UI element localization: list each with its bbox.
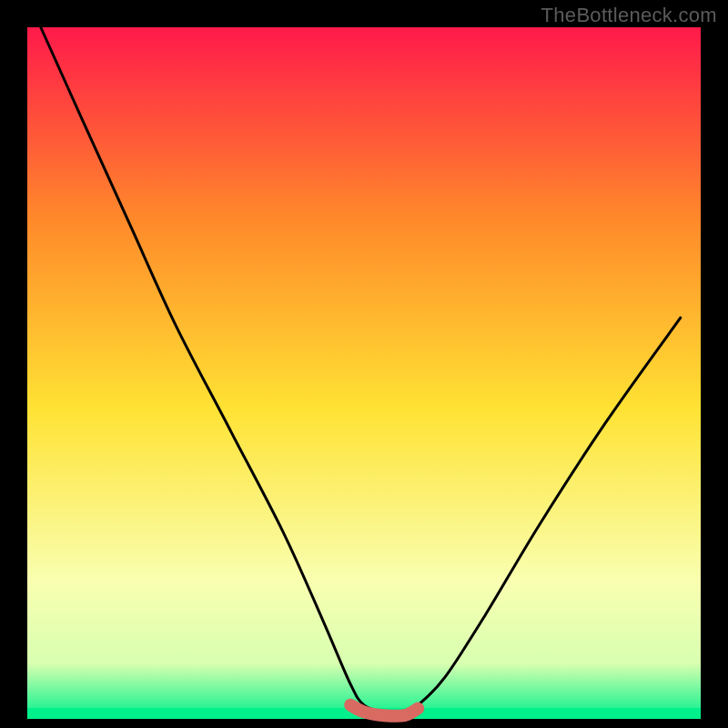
chart-stage: TheBottleneck.com	[0, 0, 728, 728]
watermark-text: TheBottleneck.com	[541, 4, 717, 27]
bottleneck-plot	[0, 0, 728, 728]
plot-background	[27, 27, 701, 719]
